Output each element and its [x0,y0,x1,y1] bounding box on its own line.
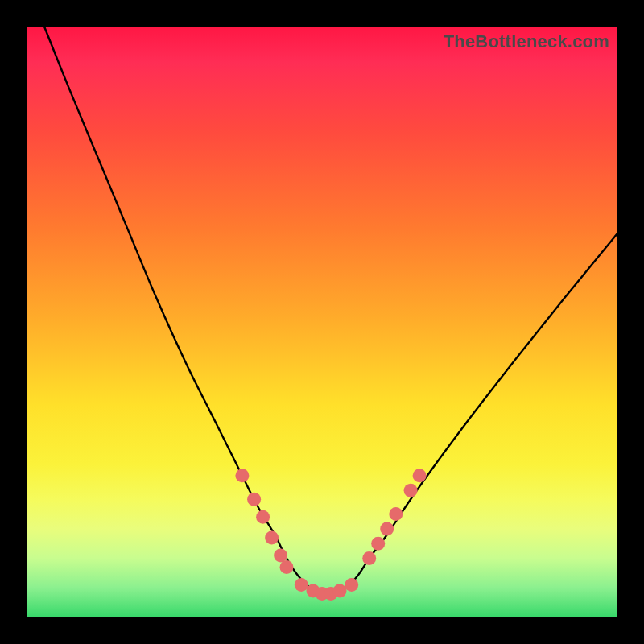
curve-marker [235,469,249,482]
curve-marker [380,522,394,535]
curve-marker [389,507,402,521]
curve-marker [333,584,347,598]
curve-marker [371,537,385,551]
curve-marker [345,578,358,592]
curve-markers [235,469,426,601]
curve-marker [404,484,418,497]
bottleneck-curve [44,27,617,595]
curve-marker [295,578,308,592]
chart-frame: TheBottleneck.com [0,0,644,644]
plot-area: TheBottleneck.com [27,27,617,617]
chart-svg [27,27,617,617]
curve-marker [280,560,294,574]
curve-marker [247,493,261,506]
curve-marker [256,510,270,524]
curve-marker [265,530,279,544]
curve-marker [413,469,427,482]
curve-marker [362,551,376,565]
curve-marker [274,548,287,562]
